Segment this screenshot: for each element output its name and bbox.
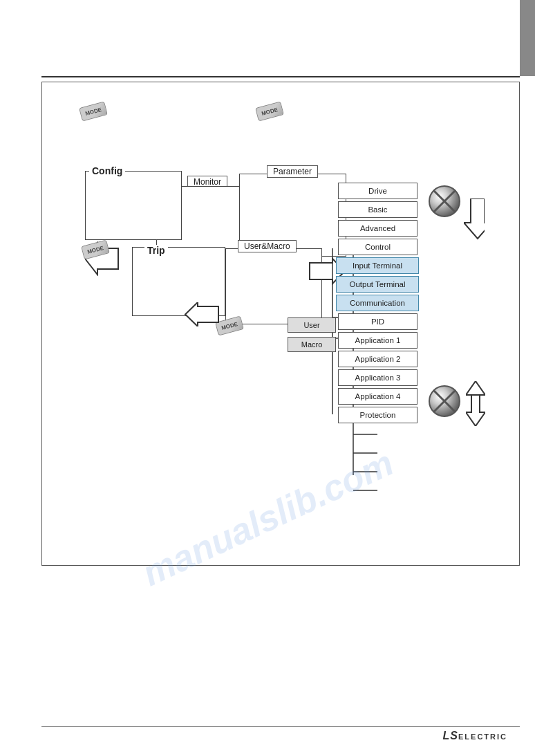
menu-item-pid[interactable]: PID <box>338 313 417 330</box>
menu-item-input-terminal[interactable]: Input Terminal <box>336 257 419 274</box>
footer-logo: LSELECTRIC <box>443 730 507 742</box>
menu-item-basic[interactable]: Basic <box>338 201 417 218</box>
parameter-label: Parameter <box>267 165 318 178</box>
usermacro-label: User&Macro <box>238 240 297 252</box>
mode-badge-2: MODE <box>255 101 284 121</box>
menu-item-application4[interactable]: Application 4 <box>338 388 417 405</box>
logo-electric: ELECTRIC <box>458 732 507 741</box>
trip-label: Trip <box>144 245 168 256</box>
usermacro-box <box>225 248 322 324</box>
menu-item-drive[interactable]: Drive <box>338 183 417 199</box>
header-line <box>41 76 520 77</box>
logo-ls: LS <box>443 730 458 741</box>
menu-item-protection[interactable]: Protection <box>338 407 417 423</box>
config-label: Config <box>89 165 125 176</box>
menu-item-application3[interactable]: Application 3 <box>338 369 417 386</box>
config-box <box>85 171 182 240</box>
svg-marker-27 <box>464 199 485 239</box>
main-diagram-box: Monitor MODE MODE Config Parameter Trip … <box>41 82 520 566</box>
watermark: manualslib.com <box>136 442 400 594</box>
svg-marker-20 <box>185 302 218 326</box>
page-tab <box>520 0 535 76</box>
globe-icon-bottom <box>428 385 461 418</box>
menu-item-application1[interactable]: Application 1 <box>338 332 417 349</box>
updown-arrow <box>466 381 485 426</box>
user-button[interactable]: User <box>288 317 336 333</box>
footer-line <box>41 726 520 727</box>
arrow-left-svg <box>184 302 222 326</box>
svg-marker-29 <box>466 395 485 426</box>
menu-item-advanced[interactable]: Advanced <box>338 220 417 237</box>
globe-icon-top <box>428 185 461 218</box>
menu-item-application2[interactable]: Application 2 <box>338 351 417 367</box>
mode-badge-1: MODE <box>79 101 108 121</box>
menu-item-output-terminal[interactable]: Output Terminal <box>336 276 419 293</box>
menu-item-control[interactable]: Control <box>338 239 417 255</box>
macro-button[interactable]: Macro <box>288 337 336 352</box>
down-arrow-big <box>464 199 485 240</box>
menu-item-communication[interactable]: Communication <box>336 295 419 311</box>
